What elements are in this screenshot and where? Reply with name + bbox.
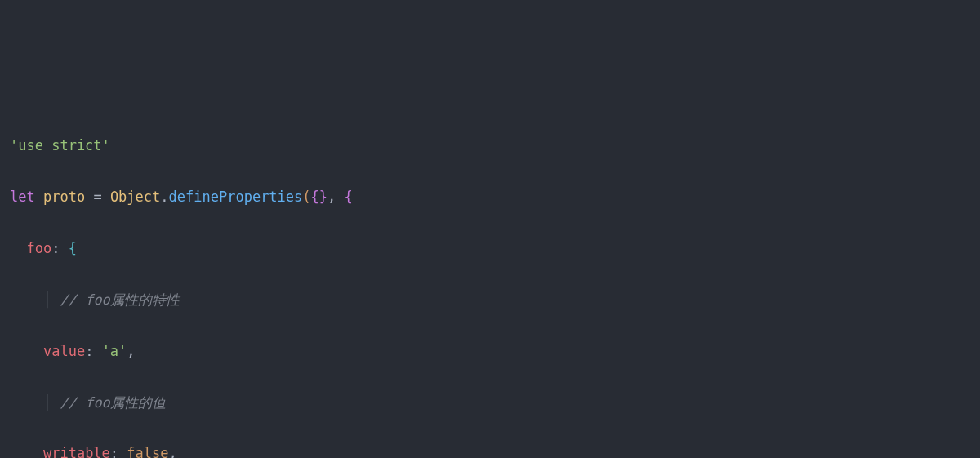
indent-guide: │ [43, 291, 60, 308]
code-line: │ // foo属性的值 [10, 390, 970, 416]
indent [10, 343, 43, 359]
comma: , [127, 343, 135, 359]
indent [10, 394, 43, 411]
code-line: 'use strict' [10, 133, 970, 158]
brace: { [69, 240, 77, 256]
operator: = [85, 189, 110, 205]
indent [10, 291, 43, 308]
string-literal: 'use strict' [10, 137, 110, 153]
identifier: proto [43, 189, 85, 205]
code-line: │ // foo属性的特性 [10, 287, 970, 313]
dot: . [160, 189, 168, 205]
indent [10, 445, 43, 458]
comma: , [169, 445, 177, 458]
boolean: false [127, 445, 168, 458]
property: writable [43, 445, 110, 458]
brace: { [345, 189, 353, 205]
keyword-let: let [10, 189, 35, 205]
indent-guide: │ [43, 394, 60, 411]
string-literal: 'a' [102, 343, 127, 359]
code-editor: 'use strict' let proto = Object.definePr… [10, 108, 970, 458]
comment: // foo属性的特性 [60, 291, 179, 308]
code-line: let proto = Object.defineProperties({}, … [10, 185, 970, 210]
method: defineProperties [169, 189, 303, 205]
colon: : [51, 240, 68, 256]
comma: , [327, 189, 344, 205]
code-line: writable: false, [10, 441, 970, 458]
identifier: Object [110, 189, 160, 205]
braces: {} [311, 189, 327, 205]
code-line: value: 'a', [10, 339, 970, 364]
colon: : [110, 445, 127, 458]
colon: : [85, 343, 101, 359]
code-line: foo: { [10, 236, 970, 261]
property: value [43, 343, 85, 359]
indent [10, 240, 26, 256]
comment: // foo属性的值 [60, 394, 165, 411]
paren: ( [302, 189, 310, 205]
property: foo [26, 240, 51, 256]
